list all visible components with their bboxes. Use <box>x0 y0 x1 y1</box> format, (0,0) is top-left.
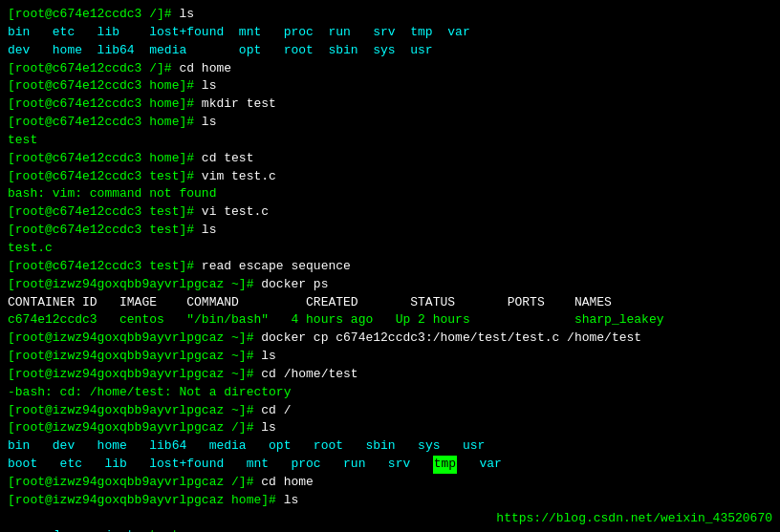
last-line: Javaproject test https://blog.csdn.net/w… <box>8 510 772 532</box>
line-14: test.c <box>8 240 772 258</box>
line-3: dev home lib64 media opt root sbin sys u… <box>8 42 772 60</box>
line-2: bin etc lib lost+found mnt proc run srv … <box>8 24 772 42</box>
line-5: [root@c674e12ccdc3 home]# ls <box>8 77 772 96</box>
line-11: bash: vim: command not found <box>8 185 772 203</box>
line-19: [root@izwz94goxqbb9ayvrlpgcaz ~]# docker… <box>8 330 772 348</box>
line-12: [root@c674e12ccdc3 test]# vi test.c <box>8 203 772 222</box>
line-7: [root@c674e12ccdc3 home]# ls <box>8 114 772 132</box>
line-24: [root@izwz94goxqbb9ayvrlpgcaz /]# ls <box>8 419 772 437</box>
docker-table-header: CONTAINER ID IMAGE COMMAND CREATED STATU… <box>8 294 772 312</box>
ls-output-row1: bin dev home lib64 media opt root sbin s… <box>8 437 772 456</box>
line-15: [root@c674e12ccdc3 test]# read escape se… <box>8 258 772 276</box>
line-20: [root@izwz94goxqbb9ayvrlpgcaz ~]# ls <box>8 348 772 366</box>
line-22: -bash: cd: /home/test: Not a directory <box>8 384 772 402</box>
line-10: [root@c674e12ccdc3 test]# vim test.c <box>8 168 772 186</box>
terminal[interactable]: [root@c674e12ccdc3 /]# ls bin etc lib lo… <box>0 0 780 532</box>
line-26: [root@izwz94goxqbb9ayvrlpgcaz /]# cd hom… <box>8 474 772 492</box>
line-6: [root@c674e12ccdc3 home]# mkdir test <box>8 96 772 114</box>
line-16: [root@izwz94goxqbb9ayvrlpgcaz ~]# docker… <box>8 276 772 294</box>
line-8: test <box>8 132 772 150</box>
ls-output-row2: boot etc lib lost+found mnt proc run srv… <box>8 456 772 474</box>
prompt: [root@c674e12ccdc3 /]# <box>8 6 179 24</box>
line-21: [root@izwz94goxqbb9ayvrlpgcaz ~]# cd /ho… <box>8 366 772 384</box>
line-1: [root@c674e12ccdc3 /]# ls <box>8 6 772 24</box>
url-text: https://blog.csdn.net/weixin_43520670 <box>496 510 772 532</box>
javaproject-item: Javaproject <box>53 528 135 532</box>
tmp-highlight: tmp <box>433 456 457 474</box>
line-23: [root@izwz94goxqbb9ayvrlpgcaz ~]# cd / <box>8 402 772 420</box>
line-27: [root@izwz94goxqbb9ayvrlpgcaz home]# ls <box>8 492 772 510</box>
line-4: [root@c674e12ccdc3 /]# cd home <box>8 60 772 78</box>
line-9: [root@c674e12ccdc3 home]# cd test <box>8 150 772 168</box>
docker-table-row: c674e12ccdc3 centos "/bin/bash" 4 hours … <box>8 311 772 330</box>
line-13: [root@c674e12ccdc3 test]# ls <box>8 222 772 240</box>
